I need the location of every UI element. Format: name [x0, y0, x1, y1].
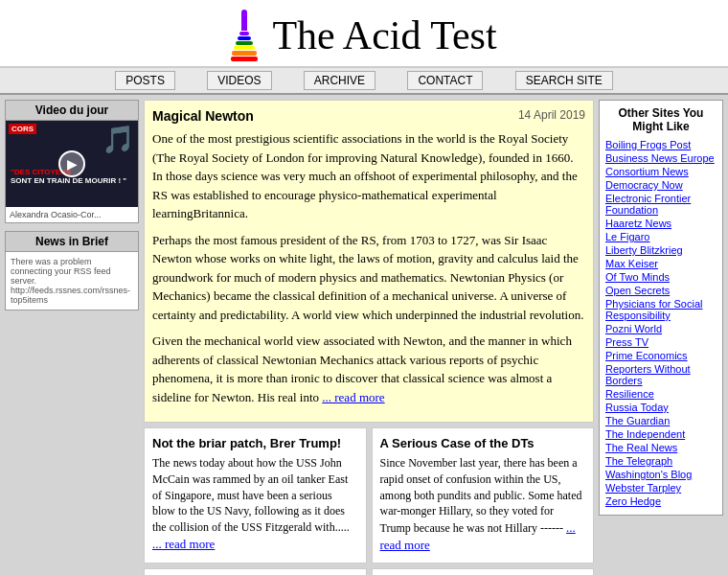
link-eff[interactable]: Electronic Frontier Foundation [605, 193, 717, 216]
link-real-news[interactable]: The Real News [605, 442, 717, 453]
featured-article: Magical Newton 14 April 2019 One of the … [144, 100, 594, 423]
link-le-figaro[interactable]: Le Figaro [605, 231, 717, 242]
featured-para-2: Perhaps the most famous president of the… [152, 231, 585, 325]
link-prime-econ[interactable]: Prime Economics [605, 350, 717, 361]
page-layout: Video du jour CORS "DES CITOYENS SONT EN… [0, 95, 728, 575]
link-business-news[interactable]: Business News Europe [605, 152, 717, 164]
link-liberty[interactable]: Liberty Blitzkrieg [605, 244, 717, 256]
main-nav: POSTS VIDEOS ARCHIVE CONTACT SEARCH SITE [0, 67, 728, 95]
link-independent[interactable]: The Independent [605, 428, 717, 440]
featured-para-3: Given the mechanical world view associat… [152, 332, 585, 406]
video-caption: Alexandra Ocasio-Cor... [6, 207, 138, 222]
link-pozni[interactable]: Pozni World [605, 323, 717, 334]
article-body-0: The news today about how the USS John Mc… [152, 455, 358, 553]
link-haaretz[interactable]: Haaretz News [605, 218, 717, 229]
link-press-tv[interactable]: Press TV [605, 336, 717, 348]
article-card-3: Sunlight Through Troubled Times "The Tro… [372, 568, 595, 575]
link-democracy-now[interactable]: Democracy Now [605, 179, 717, 191]
right-sidebar: Other Sites You Might Like Boiling Frogs… [599, 100, 723, 575]
video-thumbnail[interactable]: CORS "DES CITOYENS SONT EN TRAIN DE MOUR… [6, 121, 138, 207]
nav-archive[interactable]: ARCHIVE [304, 71, 375, 90]
link-telegraph[interactable]: The Telegraph [605, 455, 717, 467]
nav-posts[interactable]: POSTS [115, 71, 175, 90]
article-read-more-0[interactable]: ... read more [152, 537, 215, 551]
link-reporters[interactable]: Reporters Without Borders [605, 363, 717, 386]
other-sites-title: Other Sites You Might Like [605, 106, 717, 133]
cors-badge: CORS [9, 124, 36, 134]
link-consortium[interactable]: Consortium News [605, 166, 717, 177]
news-brief-title: News in Brief [6, 232, 138, 252]
featured-article-date: 14 April 2019 [518, 108, 585, 124]
rainbow-icon [231, 10, 258, 61]
article-card-1: A Serious Case of the DTs Since November… [372, 427, 595, 564]
main-content: Magical Newton 14 April 2019 One of the … [144, 100, 594, 575]
featured-article-header: Magical Newton 14 April 2019 [152, 108, 585, 124]
link-washingtons-blog[interactable]: Washington's Blog [605, 469, 717, 480]
link-boiling-frogs[interactable]: Boiling Frogs Post [605, 139, 717, 150]
header: The Acid Test [0, 0, 728, 67]
video-text-line2: SONT EN TRAIN DE MOURIR ! " [11, 176, 133, 186]
link-guardian[interactable]: The Guardian [605, 415, 717, 426]
news-brief-content: There was a problem connecting your RSS … [6, 252, 138, 310]
link-zero-hedge[interactable]: Zero Hedge [605, 495, 717, 507]
nav-search[interactable]: SEARCH SITE [515, 71, 613, 90]
left-sidebar: Video du jour CORS "DES CITOYENS SONT EN… [5, 100, 139, 575]
article-body-1: Since November last year, there has been… [380, 455, 586, 555]
featured-read-more[interactable]: ... read more [322, 390, 384, 404]
article-card-0: Not the briar patch, Brer Trump! The new… [144, 427, 367, 564]
article-card-2: The American Yeltsin Boris Yeltsin was t… [144, 568, 367, 575]
link-of-two-minds[interactable]: Of Two Minds [605, 271, 717, 283]
other-sites-box: Other Sites You Might Like Boiling Frogs… [599, 100, 723, 516]
link-open-secrets[interactable]: Open Secrets [605, 285, 717, 296]
link-russia-today[interactable]: Russia Today [605, 402, 717, 413]
link-physicians[interactable]: Physicians for Social Responsibility [605, 298, 717, 321]
article-title-0: Not the briar patch, Brer Trump! [152, 436, 358, 450]
site-title-text: The Acid Test [272, 12, 496, 58]
play-button[interactable]: ▶ [58, 150, 85, 177]
link-max-keiser[interactable]: Max Keiser [605, 258, 717, 269]
link-resilience[interactable]: Resilience [605, 388, 717, 400]
site-title: The Acid Test [231, 10, 496, 61]
article-title-1: A Serious Case of the DTs [380, 436, 586, 450]
nav-contact[interactable]: CONTACT [407, 71, 483, 90]
video-section: Video du jour CORS "DES CITOYENS SONT EN… [5, 100, 139, 223]
featured-para-1: One of the most prestigious scientific a… [152, 129, 585, 223]
news-brief-section: News in Brief There was a problem connec… [5, 231, 139, 310]
nav-videos[interactable]: VIDEOS [207, 71, 271, 90]
articles-grid: Not the briar patch, Brer Trump! The new… [144, 427, 594, 575]
person-silhouette: 🎵 [102, 124, 135, 155]
link-webster-tarpley[interactable]: Webster Tarpley [605, 482, 717, 494]
featured-article-title: Magical Newton [152, 108, 254, 124]
video-section-title: Video du jour [6, 101, 138, 121]
